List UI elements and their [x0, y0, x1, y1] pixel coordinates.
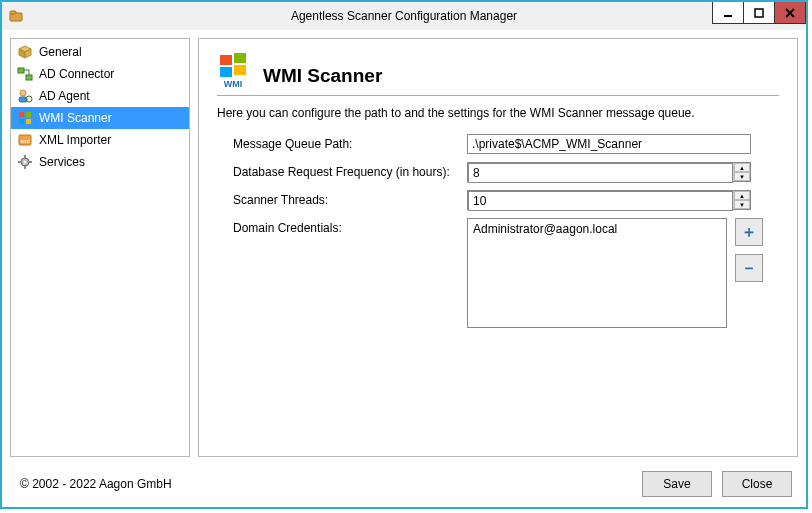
frequency-input[interactable]: [468, 163, 733, 183]
spin-down-button[interactable]: ▼: [734, 200, 750, 209]
footer: © 2002 - 2022 Aagon GmbH Save Close: [2, 465, 806, 507]
main-panel: WMI WMI Scanner Here you can configure t…: [198, 38, 798, 457]
credentials-listbox[interactable]: Administrator@aagon.local: [467, 218, 727, 328]
window-title: Agentless Scanner Configuration Manager: [2, 9, 806, 23]
svg-rect-3: [755, 9, 763, 17]
plus-icon: ＋: [741, 222, 757, 243]
gear-icon: [17, 154, 33, 170]
threads-input[interactable]: [468, 191, 733, 211]
svg-rect-15: [26, 119, 31, 124]
add-credential-button[interactable]: ＋: [735, 218, 763, 246]
sidebar-item-xml-importer[interactable]: xml XML Importer: [11, 129, 189, 151]
row-credentials: Domain Credentials: Administrator@aagon.…: [217, 218, 779, 328]
xml-icon: xml: [17, 132, 33, 148]
wmi-logo-icon: WMI: [217, 51, 253, 89]
label-frequency: Database Request Frequency (in hours):: [217, 162, 467, 179]
close-window-button[interactable]: Close: [722, 471, 792, 497]
label-threads: Scanner Threads:: [217, 190, 467, 207]
sidebar-item-label: WMI Scanner: [39, 111, 112, 125]
spin-down-button[interactable]: ▼: [734, 172, 750, 181]
window-controls: [712, 2, 806, 24]
sidebar-item-label: AD Agent: [39, 89, 90, 103]
windows-icon: [17, 110, 33, 126]
svg-text:WMI: WMI: [224, 79, 243, 89]
svg-rect-2: [724, 15, 732, 17]
svg-rect-25: [234, 53, 246, 63]
spinner-buttons: ▲ ▼: [733, 163, 750, 181]
svg-rect-14: [19, 119, 24, 124]
sidebar-item-general[interactable]: General: [11, 41, 189, 63]
spin-up-button[interactable]: ▲: [734, 163, 750, 172]
credentials-actions: ＋ －: [735, 218, 763, 282]
label-queue-path: Message Queue Path:: [217, 134, 467, 151]
title-bar: Agentless Scanner Configuration Manager: [2, 2, 806, 30]
sidebar-item-label: General: [39, 45, 82, 59]
spin-up-button[interactable]: ▲: [734, 191, 750, 200]
divider: [217, 95, 779, 96]
row-frequency: Database Request Frequency (in hours): ▲…: [217, 162, 779, 182]
agent-icon: [17, 88, 33, 104]
svg-text:xml: xml: [20, 138, 29, 144]
svg-rect-1: [10, 11, 16, 14]
svg-rect-7: [18, 68, 24, 73]
label-credentials: Domain Credentials:: [217, 218, 467, 235]
svg-rect-8: [26, 75, 32, 80]
list-item[interactable]: Administrator@aagon.local: [473, 222, 721, 236]
sidebar-item-label: Services: [39, 155, 85, 169]
remove-credential-button[interactable]: －: [735, 254, 763, 282]
maximize-button[interactable]: [743, 2, 774, 24]
body-area: General AD Connector AD Agent: [2, 30, 806, 465]
copyright-text: © 2002 - 2022 Aagon GmbH: [20, 477, 632, 491]
page-description: Here you can configure the path to and t…: [217, 106, 779, 120]
minus-icon: －: [741, 258, 757, 279]
box-icon: [17, 44, 33, 60]
client-area: General AD Connector AD Agent: [2, 30, 806, 507]
sidebar-item-services[interactable]: Services: [11, 151, 189, 173]
sidebar-item-label: XML Importer: [39, 133, 111, 147]
sidebar-item-ad-agent[interactable]: AD Agent: [11, 85, 189, 107]
close-button[interactable]: [774, 2, 806, 24]
sidebar-item-ad-connector[interactable]: AD Connector: [11, 63, 189, 85]
svg-rect-27: [234, 65, 246, 75]
row-queue-path: Message Queue Path:: [217, 134, 779, 154]
app-icon: [8, 8, 24, 24]
row-threads: Scanner Threads: ▲ ▼: [217, 190, 779, 210]
settings-form: Message Queue Path: Database Request Fre…: [217, 134, 779, 336]
minimize-button[interactable]: [712, 2, 743, 24]
page-title: WMI Scanner: [263, 65, 382, 87]
threads-spinner[interactable]: ▲ ▼: [467, 190, 751, 210]
page-header: WMI WMI Scanner: [217, 51, 779, 89]
svg-rect-24: [220, 55, 232, 65]
svg-point-19: [24, 161, 27, 164]
sidebar-item-wmi-scanner[interactable]: WMI Scanner: [11, 107, 189, 129]
svg-rect-12: [19, 112, 24, 117]
sidebar-item-label: AD Connector: [39, 67, 114, 81]
spinner-buttons: ▲ ▼: [733, 191, 750, 209]
save-button[interactable]: Save: [642, 471, 712, 497]
svg-point-9: [20, 90, 26, 96]
connector-icon: [17, 66, 33, 82]
sidebar: General AD Connector AD Agent: [10, 38, 190, 457]
queue-path-input[interactable]: [467, 134, 751, 154]
svg-rect-13: [26, 112, 31, 117]
frequency-spinner[interactable]: ▲ ▼: [467, 162, 751, 182]
app-window: Agentless Scanner Configuration Manager: [0, 0, 808, 509]
svg-rect-26: [220, 67, 232, 77]
